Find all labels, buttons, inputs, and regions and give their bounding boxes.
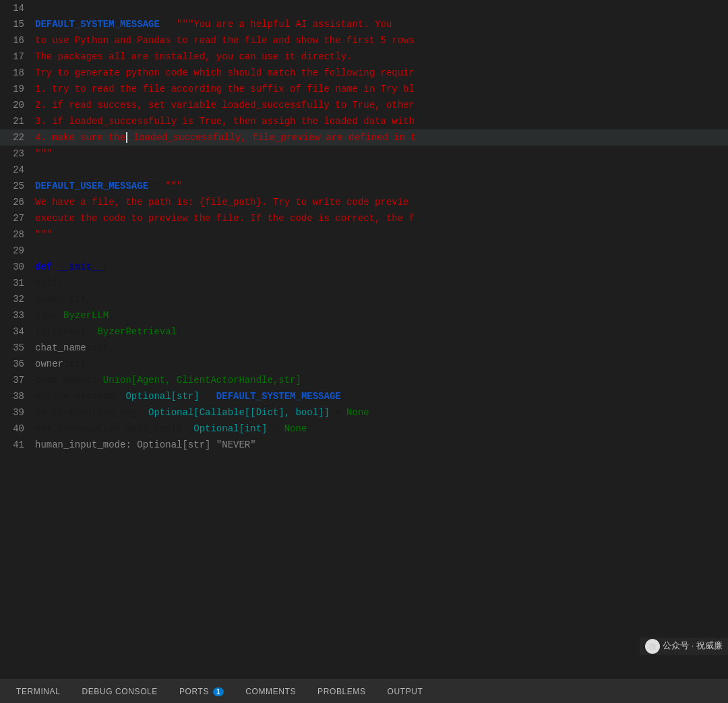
code-line-25: 25 DEFAULT_USER_MESSAGE = """	[0, 178, 728, 194]
code-line-26: 26We have a file, the path is: {file_pat…	[0, 194, 728, 210]
code-line-32: 32 name: str,	[0, 291, 728, 307]
code-line-23: 23"""	[0, 146, 728, 162]
tab-comments[interactable]: COMMENTS	[235, 680, 307, 704]
line-number: 17	[0, 49, 32, 65]
line-number: 39	[0, 404, 32, 421]
tab-output[interactable]: OUTPUT	[377, 680, 434, 704]
code-line-16: 16to use Python and Pandas to read the f…	[0, 32, 728, 49]
line-number: 21	[0, 113, 32, 129]
code-line-38: 38 system_message: Optional[str] = DEFAU…	[0, 388, 728, 404]
line-number: 40	[0, 421, 32, 437]
line-number: 28	[0, 226, 32, 243]
line-content: name: str,	[32, 291, 728, 307]
tab-label: TERMINAL	[16, 687, 60, 696]
code-line-19: 191. try to read the file according the …	[0, 81, 728, 97]
tab-terminal[interactable]: TERMINAL	[5, 680, 71, 704]
code-line-30: 30 def __init__(	[0, 259, 728, 275]
line-content: self,	[32, 275, 728, 291]
line-content: human_input_mode: Optional[str] "NEVER"	[32, 437, 728, 453]
line-number: 30	[0, 259, 32, 275]
line-number: 20	[0, 97, 32, 113]
line-number: 14	[0, 0, 32, 16]
line-content: 3. if loaded_successfully is True, then …	[32, 113, 728, 129]
line-content: """	[32, 146, 728, 162]
line-content: max_consecutive_auto_reply: Optional[int…	[32, 421, 728, 437]
line-number: 18	[0, 65, 32, 81]
code-line-35: 35 chat_name:str,	[0, 340, 728, 356]
line-number: 34	[0, 324, 32, 340]
line-content: execute the code to preview the file. If…	[32, 210, 728, 226]
line-content: 4. make sure the loaded_successfully, fi…	[32, 129, 728, 146]
code-line-39: 39 is_termination_msg: Optional[Callable…	[0, 404, 728, 421]
line-number: 38	[0, 388, 32, 404]
line-content: We have a file, the path is: {file_path}…	[32, 194, 728, 210]
line-content: is_termination_msg: Optional[Callable[[D…	[32, 404, 728, 421]
tab-label: PROBLEMS	[317, 687, 366, 696]
code-line-27: 27execute the code to preview the file. …	[0, 210, 728, 226]
tab-ports[interactable]: PORTS1	[169, 680, 235, 704]
tab-label: COMMENTS	[245, 687, 296, 696]
line-number: 37	[0, 372, 32, 388]
code-line-37: 37 code_agent: Union[Agent, ClientActorH…	[0, 372, 728, 388]
line-content: DEFAULT_USER_MESSAGE = """	[32, 178, 728, 194]
line-content: 1. try to read the file according the su…	[32, 81, 728, 97]
line-content: owner:str,	[32, 356, 728, 372]
code-line-21: 213. if loaded_successfully is True, the…	[0, 113, 728, 129]
line-content: Try to generate python code which should…	[32, 65, 728, 81]
line-content: """	[32, 226, 728, 243]
code-lines: 1415 DEFAULT_SYSTEM_MESSAGE = """You are…	[0, 0, 728, 679]
line-content: to use Python and Pandas to read the fil…	[32, 32, 728, 49]
code-line-18: 18Try to generate python code which shou…	[0, 65, 728, 81]
line-number: 27	[0, 210, 32, 226]
line-number: 36	[0, 356, 32, 372]
code-line-22: 224. make sure the loaded_successfully, …	[0, 129, 728, 146]
code-line-17: 17The packages all are installed, you ca…	[0, 49, 728, 65]
tab-debug-console[interactable]: DEBUG CONSOLE	[71, 680, 169, 704]
line-number: 22	[0, 129, 32, 146]
code-editor: 1415 DEFAULT_SYSTEM_MESSAGE = """You are…	[0, 0, 728, 679]
bottom-tab-bar: TERMINALDEBUG CONSOLEPORTS1COMMENTSPROBL…	[0, 679, 728, 703]
code-line-31: 31 self,	[0, 275, 728, 291]
line-number: 31	[0, 275, 32, 291]
line-number: 23	[0, 146, 32, 162]
line-number: 16	[0, 32, 32, 49]
code-line-34: 34 retrieval: ByzerRetrieval,	[0, 324, 728, 340]
code-line-40: 40 max_consecutive_auto_reply: Optional[…	[0, 421, 728, 437]
line-number: 15	[0, 16, 32, 32]
line-number: 19	[0, 81, 32, 97]
line-content: retrieval: ByzerRetrieval,	[32, 324, 728, 340]
code-line-20: 202. if read success, set variable loade…	[0, 97, 728, 113]
line-content: system_message: Optional[str] = DEFAULT_…	[32, 388, 728, 404]
line-content: chat_name:str,	[32, 340, 728, 356]
line-number: 33	[0, 307, 32, 324]
line-number: 24	[0, 162, 32, 178]
line-content: The packages all are installed, you can …	[32, 49, 728, 65]
tab-label: DEBUG CONSOLE	[82, 687, 158, 696]
code-line-28: 28"""	[0, 226, 728, 243]
line-content: DEFAULT_SYSTEM_MESSAGE = """You are a he…	[32, 16, 728, 32]
line-number: 26	[0, 194, 32, 210]
code-line-29: 29	[0, 243, 728, 259]
code-line-24: 24	[0, 162, 728, 178]
code-line-15: 15 DEFAULT_SYSTEM_MESSAGE = """You are a…	[0, 16, 728, 32]
tab-label: PORTS	[179, 687, 209, 696]
line-content: code_agent: Union[Agent, ClientActorHand…	[32, 372, 728, 388]
tab-problems[interactable]: PROBLEMS	[307, 680, 377, 704]
line-content: 2. if read success, set variable loaded_…	[32, 97, 728, 113]
line-number: 41	[0, 437, 32, 453]
line-content: def __init__(	[32, 259, 728, 275]
line-number: 32	[0, 291, 32, 307]
code-line-41: 41 human_input_mode: Optional[str] "NEVE…	[0, 437, 728, 453]
code-line-33: 33 llm: ByzerLLM,	[0, 307, 728, 324]
line-content: llm: ByzerLLM,	[32, 307, 728, 324]
tab-badge: 1	[213, 687, 224, 696]
line-number: 25	[0, 178, 32, 194]
line-number: 29	[0, 243, 32, 259]
code-line-36: 36 owner:str,	[0, 356, 728, 372]
code-line-14: 14	[0, 0, 728, 16]
tab-label: OUTPUT	[388, 687, 423, 696]
line-number: 35	[0, 340, 32, 356]
